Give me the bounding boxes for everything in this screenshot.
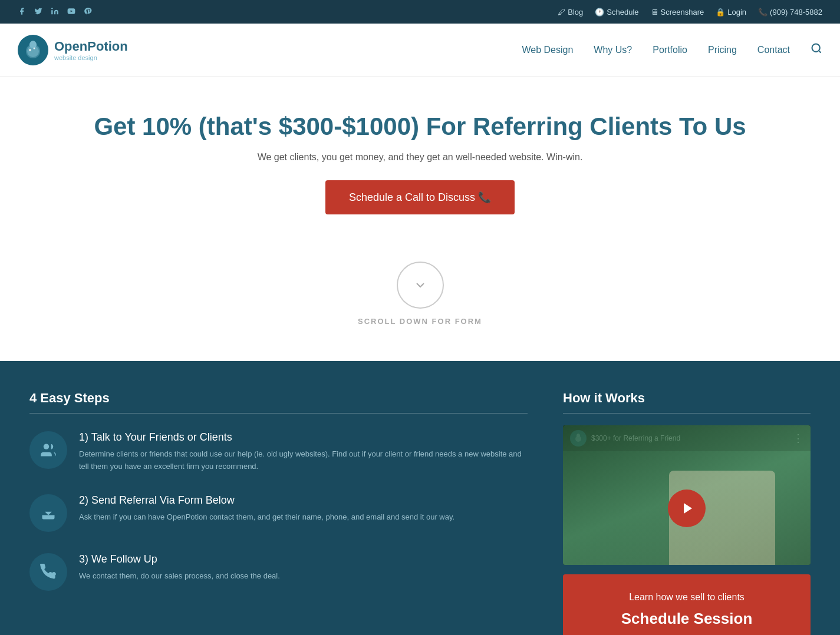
hero-section: Get 10% (that's $300-$1000) For Referrin… <box>0 77 840 238</box>
pinterest-link[interactable] <box>84 7 92 17</box>
step-2-title: 2) Send Referral Via Form Below <box>79 494 454 507</box>
screenshare-icon: 🖥 <box>651 8 658 16</box>
bottom-section: 4 Easy Steps 1) Talk to Your Friends or … <box>0 361 840 635</box>
step-2: 2) Send Referral Via Form Below Ask them… <box>29 494 528 532</box>
schedule-link[interactable]: 🕐 Schedule <box>595 8 638 16</box>
nav-contact[interactable]: Contact <box>757 45 790 55</box>
scroll-label: SCROLL DOWN FOR FORM <box>12 317 828 326</box>
search-icon[interactable] <box>811 42 822 57</box>
login-link[interactable]: 🔒 Login <box>716 8 746 16</box>
schedule-call-button[interactable]: Schedule a Call to Discuss 📞 <box>325 180 515 214</box>
lock-icon: 🔒 <box>716 8 725 16</box>
youtube-link[interactable] <box>67 7 75 17</box>
main-nav: OpenPotion website design Web Design Why… <box>0 24 840 77</box>
step-3-icon <box>29 553 67 591</box>
scroll-down-button[interactable] <box>397 262 444 309</box>
schedule-box-text: Learn how we sell to clients <box>575 592 799 603</box>
hero-heading: Get 10% (that's $300-$1000) For Referrin… <box>12 112 828 141</box>
step-1-title: 1) Talk to Your Friends or Clients <box>79 431 528 444</box>
facebook-link[interactable] <box>18 7 26 17</box>
screenshare-link[interactable]: 🖥 Screenshare <box>651 8 704 16</box>
step-3: 3) We Follow Up We contact them, do our … <box>29 553 528 591</box>
blog-icon: 🖊 <box>558 8 565 16</box>
nav-why-us[interactable]: Why Us? <box>594 45 632 55</box>
how-it-works-heading: How it Works <box>563 391 811 414</box>
logo-icon <box>18 35 48 65</box>
svg-point-7 <box>44 444 49 449</box>
video-embed[interactable]: $300+ for Referring a Friend ⋮ <box>563 425 811 564</box>
steps-heading: 4 Easy Steps <box>29 391 528 414</box>
scroll-down-section: SCROLL DOWN FOR FORM <box>0 238 840 361</box>
svg-point-0 <box>51 8 52 9</box>
twitter-link[interactable] <box>34 7 42 17</box>
social-links <box>18 7 92 17</box>
schedule-icon: 🕐 <box>595 8 604 16</box>
step-1: 1) Talk to Your Friends or Clients Deter… <box>29 431 528 473</box>
step-1-content: 1) Talk to Your Friends or Clients Deter… <box>79 431 528 473</box>
blog-link[interactable]: 🖊 Blog <box>558 8 583 16</box>
top-bar: 🖊 Blog 🕐 Schedule 🖥 Screenshare 🔒 Login … <box>0 0 840 24</box>
step-3-content: 3) We Follow Up We contact them, do our … <box>79 553 280 583</box>
step-1-icon <box>29 431 67 469</box>
step-2-content: 2) Send Referral Via Form Below Ask them… <box>79 494 454 524</box>
nav-portfolio[interactable]: Portfolio <box>653 45 687 55</box>
step-2-icon <box>29 494 67 532</box>
step-3-title: 3) We Follow Up <box>79 553 280 565</box>
svg-point-5 <box>34 47 35 49</box>
schedule-session-button[interactable]: Schedule Session <box>575 610 799 628</box>
video-body <box>563 451 811 564</box>
play-button[interactable] <box>668 490 706 527</box>
svg-marker-10 <box>684 503 692 514</box>
schedule-session-box: Learn how we sell to clients Schedule Se… <box>563 574 811 635</box>
logo-text: OpenPotion website design <box>54 39 128 61</box>
how-it-works-section: How it Works $300+ for Referring a Frien… <box>563 391 811 635</box>
top-nav-links: 🖊 Blog 🕐 Schedule 🖥 Screenshare 🔒 Login … <box>558 8 822 16</box>
phone-link[interactable]: 📞 (909) 748-5882 <box>758 8 822 16</box>
linkedin-link[interactable] <box>51 7 59 17</box>
nav-pricing[interactable]: Pricing <box>708 45 737 55</box>
step-1-desc: Determine clients or friends that could … <box>79 448 528 473</box>
svg-point-6 <box>812 44 820 52</box>
nav-web-design[interactable]: Web Design <box>522 45 573 55</box>
step-2-desc: Ask them if you can have OpenPotion cont… <box>79 511 454 524</box>
nav-links: Web Design Why Us? Portfolio Pricing Con… <box>522 42 822 57</box>
step-3-desc: We contact them, do our sales process, a… <box>79 570 280 583</box>
svg-point-4 <box>29 49 31 51</box>
hero-subtext: We get clients, you get money, and they … <box>12 152 828 163</box>
video-thumbnail: $300+ for Referring a Friend ⋮ <box>563 425 811 564</box>
steps-section: 4 Easy Steps 1) Talk to Your Friends or … <box>29 391 528 635</box>
logo[interactable]: OpenPotion website design <box>18 35 128 65</box>
phone-icon: 📞 <box>758 8 767 16</box>
